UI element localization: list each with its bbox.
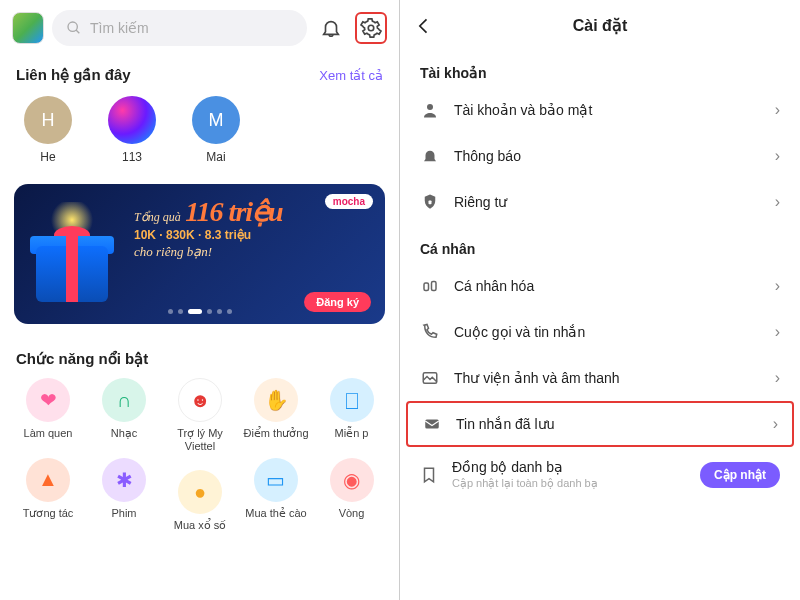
feature-nhac[interactable]: ∩ Nhạc bbox=[102, 378, 146, 440]
row-calls-messages[interactable]: Cuộc gọi và tin nhắn › bbox=[400, 309, 800, 355]
flame-icon: ▲ bbox=[26, 458, 70, 502]
row-account-security[interactable]: Tài khoản và bảo mật › bbox=[400, 87, 800, 133]
hand-icon: ✋ bbox=[254, 378, 298, 422]
banner-cta-button[interactable]: Đăng ký bbox=[304, 292, 371, 312]
feature-the-cao[interactable]: ▭ Mua thẻ cào bbox=[245, 458, 306, 520]
row-privacy[interactable]: Riêng tư › bbox=[400, 179, 800, 225]
svg-point-3 bbox=[427, 104, 433, 110]
svg-line-1 bbox=[76, 30, 79, 33]
user-icon bbox=[420, 101, 440, 119]
contact-name: He bbox=[40, 150, 55, 164]
contact-name: 113 bbox=[122, 150, 142, 164]
back-button[interactable] bbox=[414, 16, 434, 36]
contact-name: Mai bbox=[206, 150, 225, 164]
row-media-library[interactable]: Thư viện ảnh và âm thanh › bbox=[400, 355, 800, 401]
contact-avatar bbox=[108, 96, 156, 144]
sync-title: Đồng bộ danh bạ bbox=[452, 459, 686, 475]
lock-icon bbox=[420, 193, 440, 211]
bookmark-icon bbox=[420, 466, 438, 484]
chevron-right-icon: › bbox=[775, 369, 780, 387]
mocha-tag: mocha bbox=[325, 194, 373, 209]
gift-box-icon bbox=[28, 214, 116, 302]
image-icon bbox=[420, 369, 440, 387]
arrow-left-icon bbox=[414, 16, 434, 36]
row-notifications[interactable]: Thông báo › bbox=[400, 133, 800, 179]
feature-xo-so[interactable]: ● Mua xổ số bbox=[174, 470, 227, 532]
search-icon bbox=[66, 20, 82, 36]
svg-point-2 bbox=[368, 25, 374, 31]
notifications-button[interactable] bbox=[315, 12, 347, 44]
ball-icon: ● bbox=[178, 470, 222, 514]
settings-button[interactable] bbox=[355, 12, 387, 44]
see-all-link[interactable]: Xem tất cả bbox=[319, 68, 383, 83]
card-icon: ▭ bbox=[254, 458, 298, 502]
palette-icon bbox=[420, 277, 440, 295]
contact-item[interactable]: 113 bbox=[104, 96, 160, 164]
carousel-dots[interactable] bbox=[168, 309, 232, 314]
group-personal: Cá nhân bbox=[400, 225, 800, 263]
home-header: Tìm kiếm bbox=[0, 0, 399, 56]
search-input[interactable]: Tìm kiếm bbox=[52, 10, 307, 46]
group-account: Tài khoản bbox=[400, 49, 800, 87]
feature-mien-phi[interactable]: ⎕ Miễn p bbox=[330, 378, 374, 440]
feature-phim[interactable]: ✱ Phim bbox=[102, 458, 146, 520]
features-title: Chức năng nổi bật bbox=[0, 332, 399, 378]
row-saved-messages[interactable]: Tin nhắn đã lưu › bbox=[406, 401, 794, 447]
svg-rect-5 bbox=[424, 283, 429, 291]
promo-banner[interactable]: mocha Tổng quà 116 triệu 10K · 830K · 8.… bbox=[14, 184, 385, 324]
settings-pane: Cài đặt Tài khoản Tài khoản và bảo mật ›… bbox=[400, 0, 800, 600]
feature-vong[interactable]: ◉ Vòng bbox=[330, 458, 374, 520]
sync-subtitle: Cập nhật lại toàn bộ danh bạ bbox=[452, 477, 686, 490]
svg-rect-4 bbox=[429, 201, 432, 205]
contact-item[interactable]: M Mai bbox=[188, 96, 244, 164]
row-sync-contacts: Đồng bộ danh bạ Cập nhật lại toàn bộ dan… bbox=[400, 447, 800, 502]
banner-line1: Tổng quà bbox=[134, 210, 181, 224]
chevron-right-icon: › bbox=[775, 277, 780, 295]
banner-line2: 10K · 830K · 8.3 triệu bbox=[134, 228, 371, 242]
phone-icon bbox=[420, 323, 440, 341]
contacts-row: H He 113 M Mai bbox=[0, 88, 399, 178]
update-button[interactable]: Cập nhật bbox=[700, 462, 780, 488]
home-pane: Tìm kiếm Liên hệ gần đây Xem tất cả H He… bbox=[0, 0, 400, 600]
avatar[interactable] bbox=[12, 12, 44, 44]
banner-amount: 116 triệu bbox=[185, 196, 282, 227]
chevron-right-icon: › bbox=[775, 101, 780, 119]
chevron-right-icon: › bbox=[775, 147, 780, 165]
recent-contacts-header: Liên hệ gần đây Xem tất cả bbox=[0, 56, 399, 88]
chevron-right-icon: › bbox=[773, 415, 778, 433]
headphone-icon: ∩ bbox=[102, 378, 146, 422]
heart-icon: ❤ bbox=[26, 378, 70, 422]
bot-icon: ☻ bbox=[178, 378, 222, 422]
features-grid: ❤ Làm quen ▲ Tương tác ∩ Nhạc ✱ Phim ☻ T… bbox=[0, 378, 399, 532]
row-personalize[interactable]: Cá nhân hóa › bbox=[400, 263, 800, 309]
reel-icon: ✱ bbox=[102, 458, 146, 502]
banner-line3: cho riêng bạn! bbox=[134, 244, 371, 260]
feature-lam-quen[interactable]: ❤ Làm quen bbox=[24, 378, 73, 440]
svg-rect-8 bbox=[425, 420, 439, 429]
wheel-icon: ◉ bbox=[330, 458, 374, 502]
chevron-right-icon: › bbox=[775, 193, 780, 211]
bell-icon bbox=[420, 147, 440, 165]
settings-header: Cài đặt bbox=[400, 0, 800, 49]
gift-icon: ⎕ bbox=[330, 378, 374, 422]
svg-rect-6 bbox=[432, 282, 437, 291]
settings-title: Cài đặt bbox=[416, 16, 784, 35]
contact-item[interactable]: H He bbox=[20, 96, 76, 164]
gear-icon bbox=[360, 17, 382, 39]
search-placeholder: Tìm kiếm bbox=[90, 20, 149, 36]
feature-diem-thuong[interactable]: ✋ Điểm thưởng bbox=[243, 378, 308, 440]
contact-avatar: H bbox=[24, 96, 72, 144]
recent-title: Liên hệ gần đây bbox=[16, 66, 131, 84]
svg-point-0 bbox=[68, 22, 77, 31]
bell-icon bbox=[320, 17, 342, 39]
chevron-right-icon: › bbox=[775, 323, 780, 341]
feature-tro-ly[interactable]: ☻ Trợ lý My Viettel bbox=[164, 378, 236, 452]
feature-tuong-tac[interactable]: ▲ Tương tác bbox=[23, 458, 74, 520]
mail-icon bbox=[422, 415, 442, 433]
contact-avatar: M bbox=[192, 96, 240, 144]
